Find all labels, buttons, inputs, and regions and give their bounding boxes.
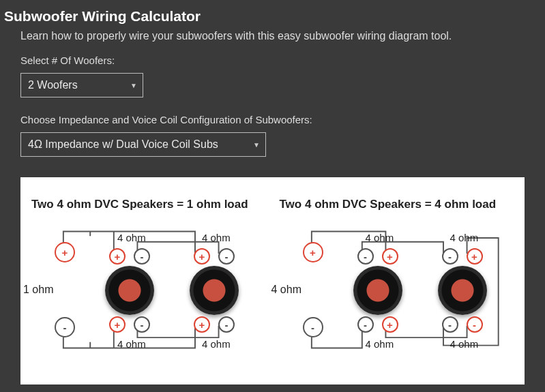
amp-minus-terminal: - [55, 317, 75, 337]
intro-text: Learn how to properly wire your subwoofe… [20, 30, 525, 42]
ohm-label: 4 ohm [202, 338, 231, 350]
speaker-icon [353, 266, 402, 315]
load-label: 1 ohm [23, 284, 53, 296]
ohm-label: 4 ohm [450, 232, 479, 243]
diagram-4ohm: Two 4 ohm DVC Speakers = 4 ohm load + - … [276, 198, 518, 357]
chevron-down-icon: ▼ [253, 141, 260, 149]
ohm-label: 4 ohm [117, 232, 146, 243]
load-label: 4 ohm [271, 284, 301, 296]
coil-minus-terminal: - [134, 248, 150, 265]
coil-minus-terminal: - [218, 316, 235, 333]
woofers-select-value: 2 Woofers [28, 79, 78, 91]
coil-plus-terminal: + [382, 248, 398, 265]
amp-plus-terminal: + [303, 242, 323, 262]
coil-minus-terminal: - [467, 316, 483, 333]
coil-plus-terminal: + [382, 316, 398, 333]
coil-plus-terminal: + [109, 316, 126, 333]
ohm-label: 4 ohm [202, 232, 231, 243]
ohm-label: 4 ohm [366, 232, 394, 243]
impedance-label: Choose Impedance and Voice Coil Configur… [20, 114, 525, 125]
woofers-label: Select # Of Woofers: [20, 55, 525, 66]
chevron-down-icon: ▼ [130, 82, 137, 89]
page-title: Subwoofer Wiring Calculator [0, 0, 545, 30]
ohm-label: 4 ohm [117, 338, 146, 350]
ohm-label: 4 ohm [450, 338, 479, 350]
diagram-title: Two 4 ohm DVC Speakers = 1 ohm load [31, 198, 270, 211]
impedance-select-value: 4Ω Impedance w/ Dual Voice Coil Subs [28, 138, 218, 150]
coil-minus-terminal: - [442, 316, 458, 333]
coil-plus-terminal: + [467, 248, 483, 265]
impedance-select[interactable]: 4Ω Impedance w/ Dual Voice Coil Subs ▼ [20, 132, 266, 157]
amp-minus-terminal: - [303, 317, 323, 337]
coil-minus-terminal: - [357, 316, 374, 333]
woofers-select[interactable]: 2 Woofers ▼ [20, 73, 143, 97]
diagram-1ohm: Two 4 ohm DVC Speakers = 1 ohm load + - … [27, 198, 270, 357]
coil-minus-terminal: - [357, 248, 374, 265]
speaker-icon [438, 266, 487, 315]
amp-plus-terminal: + [55, 242, 75, 262]
wiring-diagram-panel: Two 4 ohm DVC Speakers = 1 ohm load + - … [20, 177, 525, 385]
diagram-title: Two 4 ohm DVC Speakers = 4 ohm load [280, 198, 518, 211]
speaker-icon [190, 266, 239, 315]
coil-plus-terminal: + [194, 316, 210, 333]
coil-minus-terminal: - [218, 248, 235, 265]
coil-plus-terminal: + [109, 248, 126, 265]
coil-minus-terminal: - [442, 248, 458, 265]
coil-minus-terminal: - [134, 316, 150, 333]
speaker-icon [105, 266, 154, 315]
coil-plus-terminal: + [194, 248, 210, 265]
ohm-label: 4 ohm [366, 338, 394, 350]
